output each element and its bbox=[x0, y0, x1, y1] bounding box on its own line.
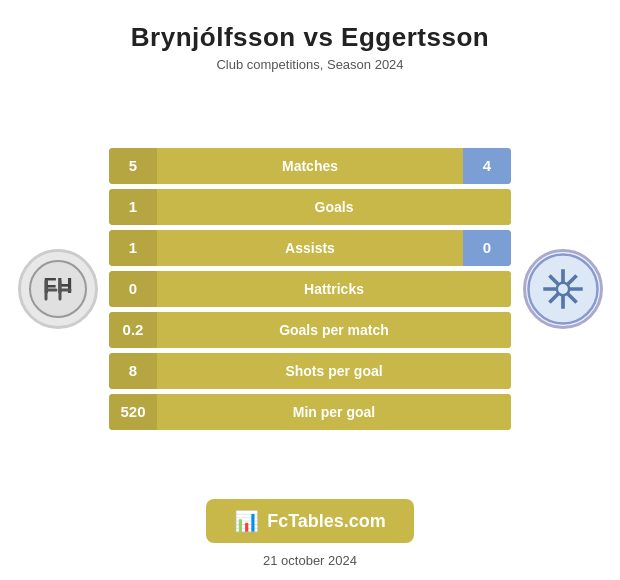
stat-row: 0Hattricks bbox=[109, 271, 511, 307]
stat-right-value: 0 bbox=[463, 230, 511, 266]
logo-right bbox=[515, 249, 610, 329]
svg-text:FH: FH bbox=[43, 272, 72, 297]
svg-point-7 bbox=[556, 282, 568, 294]
stat-row: 0.2Goals per match bbox=[109, 312, 511, 348]
stat-row: 1Assists0 bbox=[109, 230, 511, 266]
stat-label: Goals per match bbox=[157, 312, 511, 348]
stat-left-value: 1 bbox=[109, 230, 157, 266]
footer-brand: 📊 FcTables.com bbox=[206, 499, 414, 543]
team-left-logo: FH bbox=[18, 249, 98, 329]
stat-label: Goals bbox=[157, 189, 511, 225]
stat-left-value: 0.2 bbox=[109, 312, 157, 348]
logo-left: FH bbox=[10, 249, 105, 329]
stat-left-value: 8 bbox=[109, 353, 157, 389]
stat-label: Min per goal bbox=[157, 394, 511, 430]
brand-text: FcTables.com bbox=[267, 511, 386, 532]
stat-label: Shots per goal bbox=[157, 353, 511, 389]
stat-left-value: 520 bbox=[109, 394, 157, 430]
main-area: FH 5Matches41Goals1Assists00Hattricks0.2… bbox=[0, 80, 620, 487]
stat-row: 520Min per goal bbox=[109, 394, 511, 430]
subtitle: Club competitions, Season 2024 bbox=[131, 57, 489, 72]
stat-row: 5Matches4 bbox=[109, 148, 511, 184]
brand-icon: 📊 bbox=[234, 509, 259, 533]
stat-left-value: 0 bbox=[109, 271, 157, 307]
stat-left-value: 5 bbox=[109, 148, 157, 184]
team-right-logo bbox=[523, 249, 603, 329]
page-title: Brynjólfsson vs Eggertsson bbox=[131, 22, 489, 53]
stat-left-value: 1 bbox=[109, 189, 157, 225]
date-footer: 21 october 2024 bbox=[263, 553, 357, 568]
page: Brynjólfsson vs Eggertsson Club competit… bbox=[0, 0, 620, 580]
stat-row: 1Goals bbox=[109, 189, 511, 225]
header: Brynjólfsson vs Eggertsson Club competit… bbox=[111, 0, 509, 80]
stat-row: 8Shots per goal bbox=[109, 353, 511, 389]
stat-right-value: 4 bbox=[463, 148, 511, 184]
stat-label: Matches bbox=[157, 148, 463, 184]
stat-label: Hattricks bbox=[157, 271, 511, 307]
stats-panel: 5Matches41Goals1Assists00Hattricks0.2Goa… bbox=[105, 148, 515, 430]
stat-label: Assists bbox=[157, 230, 463, 266]
